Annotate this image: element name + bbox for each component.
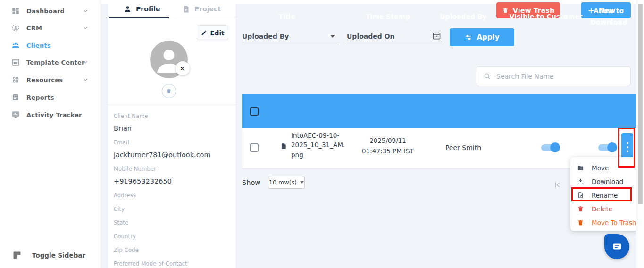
active-tab-underline: [109, 17, 169, 18]
clients-icon: [11, 41, 20, 50]
column-header-visible-to-customer: Visible to Customer: [506, 0, 586, 34]
sidebar-item-dashboard[interactable]: Dashboard: [0, 4, 101, 18]
chevron-down-icon: [330, 35, 335, 38]
search-icon: [484, 73, 491, 80]
tab-profile-label: Profile: [136, 5, 160, 13]
field-zip-code: Zip Code: [114, 247, 230, 253]
chevron-down-icon: [83, 25, 88, 31]
search-box: [476, 66, 631, 86]
rows-per-page-select[interactable]: 10 row(s): [268, 176, 305, 189]
allow-to-download-toggle[interactable]: [598, 144, 616, 151]
kebab-dots-icon: [627, 142, 628, 152]
field-email: Email jackturner781@outlook.com: [114, 139, 230, 159]
client-detail-fields: Client Name Brian Email jackturner781@ou…: [114, 113, 230, 268]
divider: [108, 105, 236, 105]
field-value: +919653232650: [114, 177, 230, 185]
row-timestamp-time: 01:47:35 PM IST: [350, 146, 426, 156]
sidebar-item-label: Dashboard: [26, 8, 65, 15]
project-document-icon: [182, 5, 190, 13]
field-value: jackturner781@outlook.com: [114, 151, 230, 159]
pencil-icon: [201, 30, 207, 36]
scrollbar-thumb[interactable]: [638, 4, 643, 204]
menu-item-label: Rename: [592, 192, 618, 199]
vertical-scrollbar[interactable]: [636, 0, 644, 268]
sidebar-item-activity-tracker[interactable]: Activity Tracker: [0, 108, 101, 122]
field-label: Client Name: [114, 113, 230, 119]
menu-item-move[interactable]: Move: [570, 161, 638, 175]
menu-item-delete[interactable]: Delete: [570, 202, 638, 216]
sidebar-item-label: CRM: [26, 25, 42, 32]
sidebar-item-label: Resources: [26, 76, 63, 84]
sidebar-item-template-center[interactable]: Template Center: [0, 55, 101, 69]
menu-item-download[interactable]: Download: [570, 175, 638, 188]
field-state: State: [114, 219, 230, 226]
sidebar-item-label: Activity Tracker: [26, 111, 82, 118]
column-header-allow-to-download: Allow to Download: [583, 0, 635, 34]
download-icon: [577, 178, 584, 185]
row-actions-context-menu: Move Download Rename Delete Move To Tras…: [570, 157, 638, 231]
menu-item-label: Move To Trash: [592, 219, 636, 226]
table-header: [242, 94, 636, 128]
toggle-sidebar-button[interactable]: Toggle Sidebar: [0, 248, 101, 263]
dashboard-icon: [11, 7, 20, 15]
reports-icon: [11, 93, 20, 101]
edit-button[interactable]: Edit: [197, 25, 228, 40]
sidebar-item-clients[interactable]: Clients: [0, 38, 101, 52]
chat-widget-button[interactable]: [604, 234, 629, 259]
menu-item-move-to-trash[interactable]: Move To Trash: [570, 216, 638, 229]
move-folder-icon: [577, 164, 584, 171]
row-uploaded-by: Peer Smith: [426, 144, 501, 151]
avatar-delete-button[interactable]: [162, 84, 176, 98]
toggle-knob: [607, 142, 617, 152]
visible-to-customer-toggle[interactable]: [541, 144, 559, 151]
crm-icon: [11, 24, 20, 32]
field-label: State: [114, 219, 230, 226]
show-label: Show: [242, 179, 260, 186]
row-title[interactable]: IntoAEC-09-10- 2025_10_31_AM. png: [291, 131, 348, 159]
field-client-name: Client Name Brian: [114, 113, 230, 132]
column-header-title: Title: [264, 0, 309, 34]
row-title-line: png: [291, 150, 348, 159]
field-country: Country: [114, 233, 230, 240]
field-mobile-number: Mobile Number +919653232650: [114, 166, 230, 185]
row-title-line: IntoAEC-09-10-: [291, 131, 348, 140]
field-label: Preferred Mode of Contact: [114, 260, 230, 267]
row-timestamp: 2025/09/11 01:47:35 PM IST: [350, 135, 426, 157]
field-label: City: [114, 206, 230, 212]
person-icon: [124, 5, 132, 13]
menu-item-rename[interactable]: Rename: [570, 188, 638, 202]
chevron-down-icon: [300, 181, 304, 184]
first-page-icon[interactable]: [553, 181, 561, 189]
trash-icon: [166, 88, 172, 94]
sidebar-item-label: Clients: [26, 42, 51, 49]
sidebar-item-reports[interactable]: Reports: [0, 90, 101, 104]
sidebar-item-label: Template Center: [26, 59, 85, 66]
sidebar-item-crm[interactable]: CRM: [0, 21, 101, 35]
toggle-knob: [550, 142, 560, 152]
row-checkbox[interactable]: [250, 143, 259, 152]
sidebar: Dashboard CRM Clients Template Center Re…: [0, 0, 101, 268]
field-value: Brian: [114, 125, 230, 132]
rename-icon: [577, 192, 584, 199]
resources-icon: [11, 75, 20, 84]
double-chevron-right-icon: »: [180, 64, 185, 73]
rows-per-page-value: 10 row(s): [269, 179, 297, 186]
avatar-expand-button[interactable]: »: [176, 61, 190, 75]
search-input[interactable]: [496, 73, 619, 80]
select-all-checkbox[interactable]: [250, 107, 259, 116]
profile-panel: Profile Project Edit » Client Name Brian: [108, 0, 236, 268]
filter-sliders-icon: [464, 34, 472, 42]
field-label: Zip Code: [114, 247, 230, 253]
menu-item-label: Move: [592, 164, 609, 172]
field-label: Address: [114, 192, 230, 199]
row-title-line: 2025_10_31_AM.: [291, 140, 348, 150]
field-city: City: [114, 206, 230, 212]
edit-button-label: Edit: [210, 29, 225, 37]
app-window: Dashboard CRM Clients Template Center Re…: [0, 0, 644, 268]
field-preferred-mode-of-contact: Preferred Mode of Contact: [114, 260, 230, 267]
tab-project-label: Project: [194, 5, 221, 13]
sidebar-item-label: Reports: [26, 94, 54, 101]
column-header-time-stamp: Time Stamp: [350, 0, 426, 34]
template-center-icon: [11, 58, 20, 67]
sidebar-item-resources[interactable]: Resources: [0, 73, 101, 87]
